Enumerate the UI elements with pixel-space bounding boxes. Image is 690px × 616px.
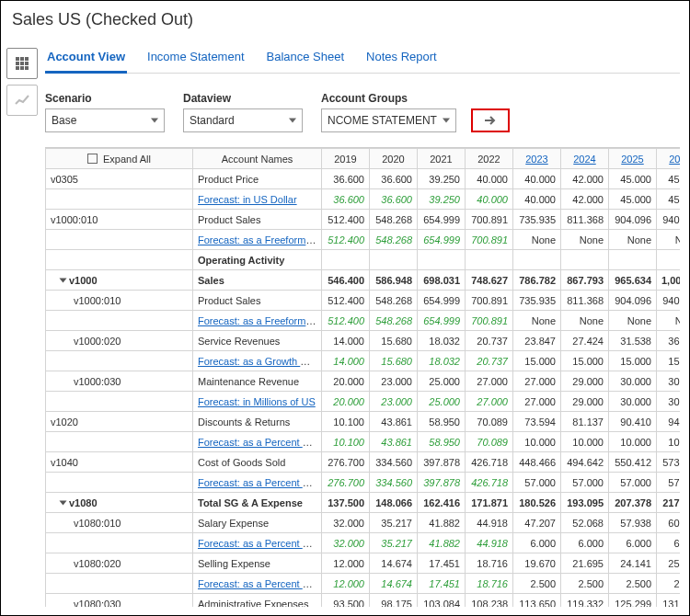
value-cell[interactable]: 57.000 (513, 473, 561, 493)
value-cell[interactable]: 30.000 (609, 392, 657, 412)
value-cell[interactable]: 494.642 (561, 452, 609, 473)
value-cell[interactable]: 41.882 (418, 533, 466, 553)
value-cell[interactable]: 36.269 (657, 331, 681, 351)
value-cell[interactable] (466, 250, 513, 270)
value-cell[interactable]: 20.000 (322, 392, 370, 412)
value-cell[interactable] (609, 250, 657, 270)
value-cell[interactable]: 32.000 (322, 513, 370, 533)
value-cell[interactable]: 39.250 (418, 189, 466, 210)
value-cell[interactable]: 31.538 (609, 331, 657, 351)
value-cell[interactable]: 940.260 (657, 291, 681, 311)
value-cell[interactable]: 70.089 (466, 432, 513, 452)
value-cell[interactable]: 2.500 (561, 574, 609, 594)
go-button[interactable] (471, 108, 510, 132)
value-cell[interactable]: 45.000 (657, 189, 681, 210)
value-cell[interactable]: 17.451 (418, 574, 466, 594)
account-name-cell[interactable]: Forecast: in Millions of US (193, 392, 322, 412)
value-cell[interactable]: 40.000 (513, 189, 561, 210)
value-cell[interactable] (418, 250, 466, 270)
value-cell[interactable]: None (657, 230, 681, 250)
value-cell[interactable]: 36.600 (322, 169, 370, 189)
value-cell[interactable]: 40.000 (466, 169, 513, 189)
value-cell[interactable]: 21.695 (561, 553, 609, 574)
value-cell[interactable]: 867.793 (561, 270, 609, 291)
value-cell[interactable]: 70.089 (466, 412, 513, 432)
value-cell[interactable]: 512.400 (322, 230, 370, 250)
value-cell[interactable]: 57.938 (609, 513, 657, 533)
account-cell[interactable]: v1000 (46, 270, 193, 291)
value-cell[interactable]: 654.999 (418, 291, 466, 311)
tab-income-statement[interactable]: Income Statement (145, 44, 247, 73)
value-cell[interactable]: 811.368 (561, 291, 609, 311)
value-cell[interactable]: 25.000 (418, 392, 466, 412)
value-cell[interactable]: 512.400 (322, 210, 370, 230)
value-cell[interactable]: 125.299 (609, 594, 657, 608)
value-cell[interactable]: 18.716 (466, 553, 513, 574)
value-cell[interactable]: 654.999 (418, 210, 466, 230)
value-cell[interactable]: 15.680 (370, 331, 418, 351)
value-cell[interactable]: 2.500 (609, 574, 657, 594)
value-cell[interactable]: 36.600 (370, 189, 418, 210)
value-cell[interactable]: 15.000 (513, 351, 561, 371)
value-cell[interactable]: 17.451 (418, 553, 466, 574)
value-cell[interactable]: 27.000 (513, 371, 561, 392)
value-cell[interactable]: 131.564 (657, 594, 681, 608)
value-cell[interactable]: 748.627 (466, 270, 513, 291)
value-cell[interactable]: 6.000 (609, 533, 657, 553)
value-cell[interactable]: 94.026 (657, 412, 681, 432)
value-cell[interactable]: 30.000 (657, 392, 681, 412)
value-cell[interactable]: 113.650 (513, 594, 561, 608)
tab-account-view[interactable]: Account View (45, 44, 127, 74)
value-cell[interactable]: 40.000 (513, 169, 561, 189)
value-cell[interactable]: 44.918 (466, 533, 513, 553)
tab-balance-sheet[interactable]: Balance Sheet (265, 44, 347, 73)
value-cell[interactable]: 2.500 (513, 574, 561, 594)
value-cell[interactable] (657, 250, 681, 270)
value-cell[interactable]: 15.000 (609, 351, 657, 371)
value-cell[interactable]: 57.000 (609, 473, 657, 493)
value-cell[interactable]: 36.600 (322, 189, 370, 210)
value-cell[interactable]: 58.950 (418, 432, 466, 452)
value-cell[interactable]: 39.250 (418, 169, 466, 189)
value-cell[interactable]: 45.000 (657, 169, 681, 189)
value-cell[interactable]: 58.950 (418, 412, 466, 432)
value-cell[interactable]: 586.948 (370, 270, 418, 291)
value-cell[interactable]: 904.096 (609, 210, 657, 230)
value-cell[interactable]: 32.000 (322, 533, 370, 553)
year-header[interactable]: 2026 (657, 149, 681, 169)
value-cell[interactable]: 40.000 (466, 189, 513, 210)
value-cell[interactable]: 23.000 (370, 392, 418, 412)
value-cell[interactable]: 15.000 (657, 351, 681, 371)
value-cell[interactable]: 45.000 (609, 189, 657, 210)
value-cell[interactable]: 180.526 (513, 493, 561, 513)
value-cell[interactable]: 52.068 (561, 513, 609, 533)
value-cell[interactable]: 41.882 (418, 513, 466, 533)
value-cell[interactable]: 548.268 (370, 210, 418, 230)
value-cell[interactable]: 93.500 (322, 594, 370, 608)
value-cell[interactable]: 90.410 (609, 412, 657, 432)
value-cell[interactable]: 10.000 (657, 432, 681, 452)
value-cell[interactable]: 10.000 (561, 432, 609, 452)
value-cell[interactable]: 512.400 (322, 291, 370, 311)
year-header[interactable]: 2023 (513, 149, 561, 169)
value-cell[interactable]: 20.737 (466, 331, 513, 351)
account-name-cell[interactable]: Forecast: as a Percent of P (193, 473, 322, 493)
value-cell[interactable]: 171.871 (466, 493, 513, 513)
value-cell[interactable]: 119.332 (561, 594, 609, 608)
value-cell[interactable]: 42.000 (561, 189, 609, 210)
value-cell[interactable]: 940.260 (657, 210, 681, 230)
value-cell[interactable]: 654.999 (418, 230, 466, 250)
value-cell[interactable]: 550.412 (609, 452, 657, 473)
value-cell[interactable]: 14.000 (322, 331, 370, 351)
value-cell[interactable]: 10.000 (513, 432, 561, 452)
value-cell[interactable]: 12.000 (322, 574, 370, 594)
value-cell[interactable]: 15.680 (370, 351, 418, 371)
dataview-select[interactable]: Standard (183, 108, 303, 132)
value-cell[interactable]: 30.000 (609, 371, 657, 392)
value-cell[interactable]: 20.000 (322, 371, 370, 392)
value-cell[interactable]: 27.000 (513, 392, 561, 412)
value-cell[interactable]: 15.000 (561, 351, 609, 371)
value-cell[interactable]: 397.878 (418, 452, 466, 473)
value-cell[interactable]: 14.674 (370, 553, 418, 574)
value-cell[interactable]: 512.400 (322, 311, 370, 331)
